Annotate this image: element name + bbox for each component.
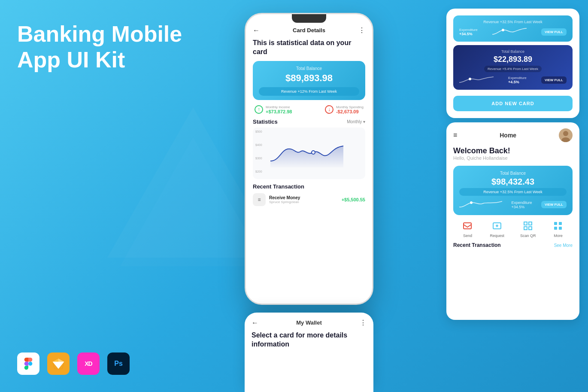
see-more-link[interactable]: See More	[554, 243, 573, 248]
view-full-btn-1[interactable]: VIEW FULL	[541, 28, 567, 36]
mini-exp-label: Expenditure	[459, 28, 478, 32]
card-panel: Revenue +32.5% From Last Week Expenditur…	[446, 9, 579, 118]
spending-value: -$2,673.09	[336, 109, 364, 114]
mini-exp-val: +34.5%	[459, 32, 478, 36]
income-icon: ↑	[255, 105, 263, 114]
tx-sub: Spruce Springclean	[269, 200, 338, 204]
svg-rect-23	[559, 227, 562, 230]
svg-rect-17	[529, 222, 532, 225]
recent-tx-title: Recent Transaction	[253, 183, 365, 190]
mini-chart-1	[492, 27, 527, 37]
send-icon	[461, 219, 474, 232]
svg-point-11	[470, 201, 473, 204]
transaction-item[interactable]: ≡ Receive Money Spruce Springclean +$5,5…	[253, 193, 365, 206]
mini-chart-2	[459, 75, 494, 85]
right-panel: Revenue +32.5% From Last Week Expenditur…	[446, 9, 579, 320]
monthly-spending: ↓ Monthly Spending -$2,673.09	[325, 105, 364, 114]
svg-point-8	[469, 78, 471, 80]
home-balance-label: Total Balance	[459, 171, 567, 176]
chart-labels: $500 $400 $300 $200	[255, 130, 262, 173]
svg-rect-19	[529, 227, 532, 230]
mini-card-dark: Total Balance $22,893.89 Revenue +5.4% F…	[453, 45, 573, 90]
home-exp-val: +34.5%	[511, 205, 532, 209]
dark-card-amount: $22,893.89	[459, 55, 567, 64]
welcome-sub: Hello, Quiche Hollandaise	[453, 155, 573, 161]
home-balance-card: Total Balance $98,432.43 Revenue +32.5% …	[453, 166, 573, 215]
wallet-phone: ← My Wallet ⋮ Select a card for more det…	[245, 313, 373, 392]
screen-title: Card Details	[293, 27, 325, 33]
wallet-menu[interactable]: ⋮	[360, 319, 367, 327]
svg-point-7	[502, 29, 504, 31]
avatar	[559, 128, 573, 142]
scan-icon	[521, 219, 534, 232]
dark-exp-val: +4.5%	[508, 80, 527, 84]
balance-card: Total Balance $89,893.98 Revenue +12% Fr…	[253, 61, 365, 100]
home-exp-label: Expenditure	[511, 201, 532, 205]
svg-rect-18	[524, 227, 527, 230]
y-label-300: $300	[255, 157, 262, 160]
home-view-full-btn[interactable]: VIEW FULL	[541, 201, 567, 208]
y-label-400: $400	[255, 143, 262, 146]
dark-card-label: Total Balance	[459, 49, 567, 54]
add-card-button[interactable]: ADD NEW CARD	[453, 96, 573, 111]
chart-section: Statistics Monthly ▾ $500 $400 $300 $200	[253, 119, 365, 179]
stats-row: ↑ Monthly Income +$73,872.98 ↓ Monthly S…	[253, 105, 365, 114]
sketch-icon	[47, 352, 70, 375]
svg-rect-22	[554, 227, 557, 230]
home-balance-amount: $98,432.43	[459, 177, 567, 187]
svg-point-9	[563, 131, 568, 136]
main-phone: ← Card Details ⋮ This is statistical dat…	[245, 13, 373, 305]
dark-exp-label: Expenditure	[508, 76, 527, 80]
nav-request-label: Request	[490, 234, 504, 238]
revenue-badge: Revenue +12% From Last Week	[259, 87, 359, 96]
home-panel: ≡ Home Welcome Back! Hello, Quiche Holla…	[446, 122, 579, 320]
wallet-back[interactable]: ←	[252, 319, 258, 327]
tx-name: Receive Money	[269, 195, 338, 200]
wallet-subtitle: Select a card for more details informati…	[252, 331, 367, 349]
tx-icon: ≡	[253, 193, 266, 206]
balance-amount: $89,893.98	[259, 73, 359, 84]
more-icon	[552, 219, 564, 232]
recent-tx-title-home: Recent Transaction	[453, 242, 501, 248]
chart-svg	[256, 131, 362, 170]
y-label-200: $200	[255, 170, 262, 173]
view-full-btn-2[interactable]: VIEW FULL	[541, 76, 567, 84]
wallet-header: ← My Wallet ⋮	[252, 319, 367, 327]
figma-icon	[17, 352, 39, 375]
xd-icon: XD	[77, 352, 100, 375]
balance-label: Total Balance	[259, 66, 359, 71]
back-button[interactable]: ←	[253, 27, 260, 34]
nav-more-label: More	[554, 234, 563, 238]
svg-point-6	[312, 151, 315, 154]
phone-notch	[292, 14, 326, 23]
mini-card-revenue-top: Revenue +32.5% From Last Week	[459, 20, 567, 24]
menu-button[interactable]: ⋮	[358, 26, 365, 34]
nav-scan[interactable]: Scan QR	[520, 219, 536, 238]
chart-filter[interactable]: Monthly ▾	[347, 119, 365, 124]
home-revenue-badge: Revenue +32.5% From Last Week	[459, 188, 567, 196]
nav-send[interactable]: Send	[461, 219, 474, 238]
phone-header: ← Card Details ⋮	[253, 23, 365, 37]
nav-send-label: Send	[463, 234, 472, 238]
nav-more[interactable]: More	[552, 219, 564, 238]
nav-scan-label: Scan QR	[520, 234, 536, 238]
tx-amount: +$5,500.55	[342, 197, 365, 202]
dark-card-revenue: Revenue +5.4% From Last Week	[484, 66, 542, 72]
screen-subtitle: This is statistical data on your card	[253, 39, 365, 57]
home-nav: Send Request Scan QR More	[453, 219, 573, 238]
monthly-income: ↑ Monthly Income +$73,872.98	[255, 105, 292, 114]
welcome-text: Welcome Back!	[453, 146, 573, 155]
nav-request[interactable]: Request	[490, 219, 504, 238]
income-value: +$73,872.98	[266, 109, 292, 114]
tool-icons-row: XD Ps	[17, 352, 130, 375]
y-label-500: $500	[255, 130, 262, 133]
svg-rect-20	[554, 222, 557, 225]
chart-title: Statistics	[253, 119, 278, 125]
hamburger-icon[interactable]: ≡	[453, 131, 457, 139]
spending-icon: ↓	[325, 105, 333, 114]
home-header: ≡ Home	[453, 128, 573, 142]
request-icon	[491, 219, 503, 232]
home-title: Home	[500, 132, 516, 139]
spending-label: Monthly Spending	[336, 105, 364, 109]
wallet-title: My Wallet	[296, 319, 321, 326]
